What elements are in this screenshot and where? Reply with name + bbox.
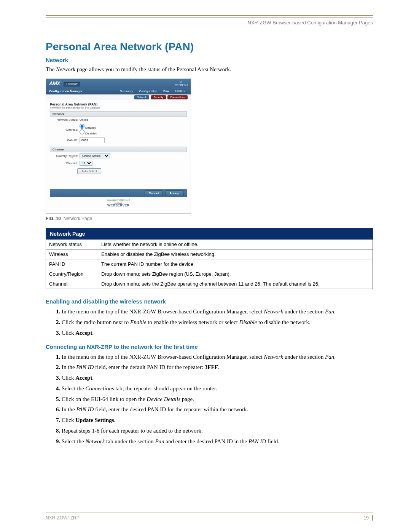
t: 3FFF <box>205 364 218 370</box>
tab-pan[interactable]: Pan <box>161 89 172 94</box>
field-wireless: Wireless: Enabled Disabled <box>50 123 187 136</box>
lbl-panid: PAN ID: <box>52 139 80 142</box>
table-header: Network Page <box>46 228 373 240</box>
list-item: Repeat steps 1-6 for each repeater to be… <box>62 427 368 435</box>
t: field, enter the desired PAN ID for the … <box>94 406 248 412</box>
shot-webserver: goahead WEBSERVER <box>50 202 187 209</box>
val-network-status: Online <box>80 118 88 121</box>
list-item: In the PAN ID field, enter the default P… <box>62 363 368 372</box>
shot-subtabs: Network Security Connections <box>46 94 191 100</box>
field-panid: PAN ID: <box>50 136 187 144</box>
t: . <box>92 330 94 336</box>
t: Pan <box>325 354 334 360</box>
page-number: 19 <box>364 515 373 521</box>
shot-pan-title: Personal Area Network (PAN) <box>50 102 187 106</box>
opt-disabled: Disabled <box>85 132 97 135</box>
amx-logo: AMX <box>49 80 60 86</box>
t: In the <box>62 406 76 412</box>
t: and enter the desired PAN ID in the <box>164 438 249 444</box>
table-row: ChannelDrop down menu; sets the ZigBee o… <box>46 279 373 289</box>
t: Enable <box>130 319 147 325</box>
t: Click the radio button next to <box>62 319 130 325</box>
t: under the section <box>283 354 325 360</box>
header-category: NXR-ZGW Browser-based Configuration Mana… <box>46 20 373 26</box>
cell-val: Drop down menu; sets the ZigBee operatin… <box>98 279 373 289</box>
table-row: Country/RegionDrop down menu; sets ZigBe… <box>46 269 373 279</box>
fig-label: FIG. 10 <box>46 216 61 221</box>
shot-copyright: Copyright © 2006 AMX <box>50 197 187 202</box>
t: . <box>218 364 220 370</box>
cell-key: Channel <box>46 279 98 289</box>
tab-utilities[interactable]: Utilities <box>172 89 188 94</box>
table-row: PAN IDThe current PAN ID number for the … <box>46 259 373 269</box>
select-channel[interactable]: 18 <box>80 161 92 166</box>
shot-section-channel: Channel <box>50 147 187 152</box>
auto-select-button[interactable]: Auto Select <box>77 168 101 174</box>
subtab-connections[interactable]: Connections <box>167 95 188 99</box>
t: . <box>334 308 336 315</box>
steps-enable-wireless: In the menu on the top of the NXR-ZGW Br… <box>55 308 373 337</box>
screenshot-network-page: AMX LOGOUT ⟳ REFRESH Configuration Manag… <box>46 78 191 214</box>
t: tab under the section <box>105 438 155 444</box>
t: Connections <box>85 385 114 391</box>
t: Select the <box>62 385 85 391</box>
field-channel: Channel: 18 <box>50 160 187 167</box>
t: Click <box>62 330 75 336</box>
refresh-icon: ⟳ <box>175 81 188 84</box>
fig-text: Network Page <box>64 216 92 221</box>
cell-val: Enables or disables the ZigBee wireless … <box>98 249 373 259</box>
accept-button[interactable]: Accept <box>165 190 184 196</box>
lbl-channel: Channel: <box>52 161 80 165</box>
t: Click <box>62 375 75 381</box>
list-item: In the menu on the top of the NXR-ZGW Br… <box>62 353 368 361</box>
t: In the menu on the top of the NXR-ZGW Br… <box>62 354 264 360</box>
cell-key: Country/Region <box>46 269 98 279</box>
t: Click <box>62 417 75 423</box>
t: PAN ID <box>76 406 94 412</box>
lbl-country: Country/Region: <box>52 154 80 158</box>
subsection-enable-wireless: Enabling and disabling the wireless netw… <box>46 298 373 305</box>
list-item: Click Accept. <box>62 374 368 382</box>
lbl-network-status: Network Status: <box>52 118 80 121</box>
shot-section-network: Network <box>50 111 187 117</box>
figure-caption: FIG. 10 Network Page <box>46 216 373 221</box>
steps-connect-zrp: In the menu on the top of the NXR-ZGW Br… <box>55 353 373 446</box>
footer-product: NXR-ZGW/-ZRP <box>46 515 80 521</box>
t: Accept <box>75 375 92 381</box>
shot-body: Personal Area Network (PAN) View/Edit th… <box>46 100 191 213</box>
subtab-network[interactable]: Network <box>134 95 150 99</box>
select-country[interactable]: United States <box>80 153 110 158</box>
refresh-label: REFRESH <box>175 84 188 86</box>
t: . <box>114 417 116 423</box>
t: Pan <box>325 308 334 315</box>
shot-topbar: AMX LOGOUT ⟳ REFRESH <box>46 79 191 88</box>
t: to disable the network. <box>257 319 310 325</box>
shot-actionbar: Cancel Accept <box>50 189 187 197</box>
cancel-button[interactable]: Cancel <box>145 190 163 196</box>
t: field. <box>266 438 279 444</box>
section-network-heading: Network <box>46 57 373 63</box>
intro-em: Network <box>56 66 75 72</box>
t: Network <box>264 354 283 360</box>
radio-disabled[interactable] <box>80 129 84 134</box>
footer-rule <box>46 512 373 513</box>
subtab-security[interactable]: Security <box>151 95 166 99</box>
t: Click on the EUI-64 link to open the <box>62 396 147 402</box>
t: In the menu on the top of the NXR-ZGW Br… <box>62 308 264 315</box>
subsection-connect-zrp: Connecting an NXR-ZRP to the network for… <box>46 343 373 350</box>
t: tab; the repeater should appear on the r… <box>114 385 217 391</box>
t: under the section <box>283 308 325 315</box>
t: field, enter the default PAN ID for the … <box>94 364 204 370</box>
network-page-table: Network Page Network statusLists whether… <box>46 228 373 289</box>
t: Update Settings <box>75 417 114 423</box>
radio-enabled[interactable] <box>80 124 84 129</box>
list-item: In the menu on the top of the NXR-ZGW Br… <box>62 308 368 316</box>
cell-val: The current PAN ID number for the device… <box>98 259 373 269</box>
tab-configuration[interactable]: Configuration <box>136 89 160 94</box>
cell-key: Network status <box>46 240 98 249</box>
refresh-button[interactable]: ⟳ REFRESH <box>175 81 188 86</box>
opt-enabled: Enabled <box>85 126 96 129</box>
logout-button[interactable]: LOGOUT <box>64 82 80 86</box>
tab-summary[interactable]: Summary <box>117 89 135 94</box>
input-panid[interactable] <box>80 137 105 143</box>
